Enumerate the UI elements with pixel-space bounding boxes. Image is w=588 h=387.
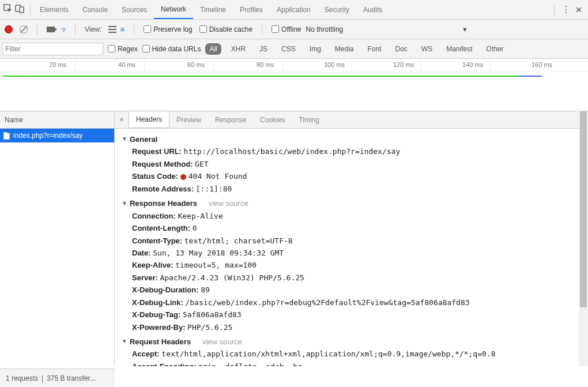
tick-40ms: 40 ms: [118, 61, 135, 68]
tab-security[interactable]: Security: [318, 0, 356, 19]
view-source-link[interactable]: view source: [202, 336, 242, 348]
tab-sources[interactable]: Sources: [115, 0, 154, 19]
device-icon[interactable]: [15, 4, 24, 15]
header-row: Server: Apache/2.4.23 (Win32) PHP/5.6.25: [122, 272, 588, 284]
devtools-tabs: Elements Console Sources Network Timelin…: [33, 0, 546, 19]
status-bar: 1 requests | 375 B transfer...: [0, 369, 115, 387]
tick-160ms: 160 ms: [532, 61, 552, 68]
request-row[interactable]: index.php?r=index/say: [0, 129, 114, 142]
throttle-caret-icon[interactable]: ▼: [462, 26, 468, 33]
view-label: View:: [85, 25, 101, 33]
tick-140ms: 140 ms: [462, 61, 483, 68]
header-row: Accept: text/html,application/xhtml+xml,…: [122, 348, 588, 360]
detail-tab-timing[interactable]: Timing: [292, 111, 326, 128]
document-icon: [3, 132, 10, 140]
offline-checkbox[interactable]: Offline: [272, 25, 301, 33]
header-row: Content-Length: 0: [122, 222, 588, 234]
section-general[interactable]: ▼General: [122, 133, 588, 145]
status-requests: 1 requests: [6, 374, 38, 382]
section-response-headers[interactable]: ▼Response Headersview source: [122, 197, 588, 209]
header-row: Date: Sun, 13 May 2018 09:34:32 GMT: [122, 247, 588, 259]
timeline-bar: [3, 76, 519, 77]
type-js[interactable]: JS: [255, 43, 272, 55]
network-filterbar: Regex Hide data URLs All XHR JS CSS Img …: [0, 39, 588, 59]
type-font[interactable]: Font: [364, 43, 386, 55]
type-xhr[interactable]: XHR: [227, 43, 250, 55]
detail-tab-cookies[interactable]: Cookies: [253, 111, 292, 128]
header-row: Connection: Keep-Alive: [122, 210, 588, 222]
filter-input[interactable]: [2, 43, 103, 55]
large-rows-icon[interactable]: [108, 26, 116, 33]
type-media[interactable]: Media: [331, 43, 358, 55]
hide-urls-checkbox[interactable]: Hide data URLs: [142, 45, 201, 53]
header-row: X-Debug-Link: /basic/web/index.php?r=deb…: [122, 296, 588, 309]
type-ws[interactable]: WS: [417, 43, 436, 55]
detail-tab-headers[interactable]: Headers: [129, 112, 169, 129]
header-row: X-Debug-Tag: 5af806a8afd83: [122, 309, 588, 321]
status-error-icon: [180, 174, 186, 180]
preserve-log-checkbox[interactable]: Preserve log: [144, 25, 192, 33]
tick-60ms: 60 ms: [187, 61, 205, 68]
screenshot-icon[interactable]: [47, 27, 55, 32]
detail-tab-preview[interactable]: Preview: [169, 111, 208, 128]
throttle-select[interactable]: No throttling: [306, 25, 344, 33]
request-name: index.php?r=index/say: [13, 131, 82, 140]
tab-network[interactable]: Network: [154, 0, 193, 19]
tick-80ms: 80 ms: [257, 61, 274, 68]
disable-cache-checkbox[interactable]: Disable cache: [199, 25, 252, 33]
type-all[interactable]: All: [205, 43, 221, 55]
more-icon[interactable]: ⋮: [561, 4, 571, 15]
svg-rect-2: [20, 7, 24, 13]
inspect-icon[interactable]: [3, 4, 13, 15]
header-row: X-Powered-By: PHP/5.6.25: [122, 321, 588, 333]
type-doc[interactable]: Doc: [391, 43, 412, 55]
detail-tab-response[interactable]: Response: [208, 111, 253, 128]
status-transfer: 375 B transfer...: [47, 374, 96, 382]
type-css[interactable]: CSS: [277, 43, 300, 55]
close-detail-icon[interactable]: ×: [115, 115, 129, 124]
view-source-link[interactable]: view source: [209, 197, 248, 209]
tab-application[interactable]: Application: [270, 0, 318, 19]
request-detail: × Headers Preview Response Cookies Timin…: [115, 111, 588, 366]
timeline-bar-load: [519, 76, 542, 77]
tab-elements[interactable]: Elements: [33, 0, 76, 19]
type-other[interactable]: Other: [483, 43, 508, 55]
timeline-overview[interactable]: 20 ms 40 ms 60 ms 80 ms 100 ms 120 ms 14…: [0, 59, 588, 111]
section-request-headers[interactable]: ▼Request Headersview source: [122, 336, 588, 348]
type-manifest[interactable]: Manifest: [442, 43, 476, 55]
header-row: Accept-Encoding: gzip, deflate, sdch, br: [122, 360, 588, 366]
column-header-name[interactable]: Name: [0, 111, 114, 129]
waterfall-icon[interactable]: ≡: [120, 25, 125, 34]
tab-console[interactable]: Console: [76, 0, 115, 19]
tab-profiles[interactable]: Profiles: [233, 0, 270, 19]
filter-icon[interactable]: ▿: [62, 25, 66, 34]
scrollbar[interactable]: [579, 111, 588, 366]
request-list: Name index.php?r=index/say: [0, 111, 115, 366]
tick-20ms: 20 ms: [49, 61, 66, 68]
record-icon[interactable]: [5, 25, 13, 33]
devtools-topbar: Elements Console Sources Network Timelin…: [0, 0, 588, 20]
tick-120ms: 120 ms: [393, 61, 414, 68]
header-row: Content-Type: text/html; charset=UTF-8: [122, 235, 588, 247]
regex-checkbox[interactable]: Regex: [108, 45, 138, 53]
tab-audits[interactable]: Audits: [356, 0, 389, 19]
clear-icon[interactable]: [20, 25, 28, 33]
header-row: Keep-Alive: timeout=5, max=100: [122, 259, 588, 271]
close-icon[interactable]: ✕: [575, 5, 582, 14]
type-img[interactable]: Img: [306, 43, 325, 55]
scroll-thumb[interactable]: [580, 111, 587, 307]
tick-100ms: 100 ms: [324, 61, 345, 68]
network-toolbar: ▿ View: ≡ Preserve log Disable cache Off…: [0, 20, 588, 39]
tab-timeline[interactable]: Timeline: [193, 0, 233, 19]
header-row: X-Debug-Duration: 89: [122, 284, 588, 296]
